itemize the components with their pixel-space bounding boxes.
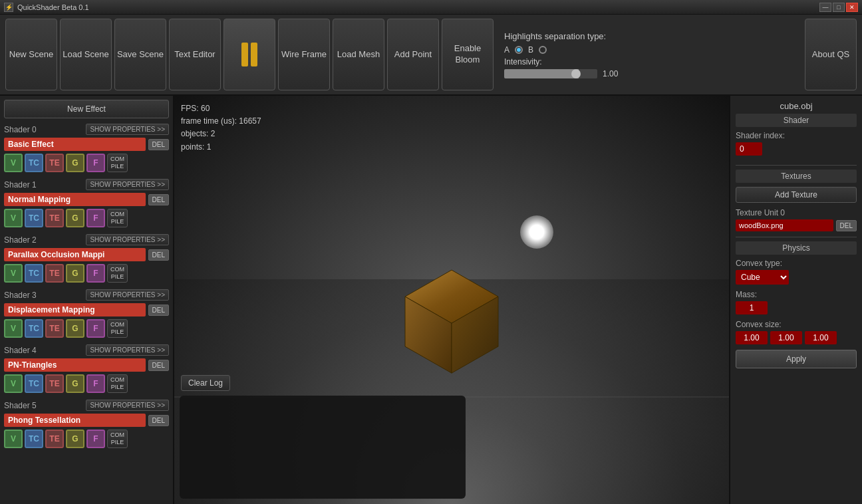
shader-index-label: Shader index: bbox=[736, 131, 857, 140]
shader-3-g-btn[interactable]: G bbox=[66, 319, 84, 338]
shader-1-f-btn[interactable]: F bbox=[86, 209, 105, 227]
shader-0-f-btn[interactable]: F bbox=[86, 154, 105, 172]
shader-0-te-btn[interactable]: TE bbox=[45, 154, 64, 172]
shader-1-tc-btn[interactable]: TC bbox=[25, 209, 43, 227]
clear-log-button[interactable]: Clear Log bbox=[181, 375, 230, 391]
shader-1-g-btn[interactable]: G bbox=[66, 209, 84, 227]
wire-frame-button[interactable]: Wire Frame bbox=[278, 19, 330, 90]
add-texture-button[interactable]: Add Texture bbox=[736, 187, 857, 203]
shader-5-show-props[interactable]: SHOW PROPERTIES >> bbox=[86, 400, 169, 411]
shader-4-title: Shader 4 bbox=[4, 346, 37, 355]
enable-bloom-button[interactable]: Enable Bloom bbox=[442, 19, 494, 90]
shader-3-section: Shader 3 SHOW PROPERTIES >> Displacement… bbox=[4, 289, 169, 338]
shader-3-del-button[interactable]: DEL bbox=[148, 305, 169, 316]
shader-5-name: Phong Tessellation bbox=[4, 414, 146, 427]
shader-1-section: Shader 1 SHOW PROPERTIES >> Normal Mappi… bbox=[4, 179, 169, 227]
shader-2-f-btn[interactable]: F bbox=[86, 264, 105, 283]
hl-b-label: B bbox=[528, 45, 533, 55]
hl-b-radio[interactable] bbox=[539, 46, 547, 54]
shader-3-compile-btn[interactable]: COMPILE bbox=[107, 319, 128, 338]
shader-3-v-btn[interactable]: V bbox=[4, 319, 23, 338]
shader-3-f-btn[interactable]: F bbox=[86, 319, 105, 338]
pause-button[interactable] bbox=[223, 19, 275, 90]
shader-3-show-props[interactable]: SHOW PROPERTIES >> bbox=[86, 289, 169, 301]
physics-section: Physics Convex type: Cube Sphere Capsule… bbox=[736, 241, 857, 368]
load-mesh-button[interactable]: Load Mesh bbox=[333, 19, 384, 90]
new-effect-button[interactable]: New Effect bbox=[4, 100, 169, 118]
save-scene-button[interactable]: Save Scene bbox=[114, 19, 166, 90]
toolbar: New Scene Load Scene Save Scene Text Edi… bbox=[0, 15, 862, 96]
shader-5-tc-btn[interactable]: TC bbox=[25, 430, 43, 448]
load-scene-button[interactable]: Load Scene bbox=[60, 19, 112, 90]
shader-0-del-button[interactable]: DEL bbox=[148, 139, 169, 150]
shader-1-show-props[interactable]: SHOW PROPERTIES >> bbox=[86, 179, 169, 190]
shader-4-g-btn[interactable]: G bbox=[66, 374, 84, 393]
hl-a-radio[interactable] bbox=[515, 46, 523, 54]
hl-a-label: A bbox=[504, 45, 509, 55]
shader-section-title: Shader bbox=[736, 114, 857, 127]
texture-del-button[interactable]: DEL bbox=[836, 220, 857, 231]
light-orb bbox=[520, 215, 553, 249]
shader-3-te-btn[interactable]: TE bbox=[45, 319, 64, 338]
shader-0-compile-btn[interactable]: COMPILE bbox=[107, 154, 128, 172]
texture-unit-label: Texture Unit 0 bbox=[736, 208, 857, 217]
about-qs-button[interactable]: About QS bbox=[805, 19, 857, 90]
app-title: QuickShader Beta 0.1 bbox=[17, 3, 818, 11]
shader-2-tc-btn[interactable]: TC bbox=[25, 264, 43, 283]
physics-section-title: Physics bbox=[736, 241, 857, 255]
fps-info: FPS: 60 frame time (us): 16657 objects: … bbox=[181, 102, 261, 154]
shader-4-te-btn[interactable]: TE bbox=[45, 374, 64, 393]
shader-3-name: Displacement Mapping bbox=[4, 303, 146, 316]
close-button[interactable]: ✕ bbox=[846, 3, 858, 12]
shader-5-te-btn[interactable]: TE bbox=[45, 430, 64, 448]
shader-4-del-button[interactable]: DEL bbox=[148, 360, 169, 371]
intensivity-label: Intensivity: bbox=[504, 57, 542, 66]
shader-2-title: Shader 2 bbox=[4, 235, 37, 245]
shader-1-te-btn[interactable]: TE bbox=[45, 209, 64, 227]
convex-type-select[interactable]: Cube Sphere Capsule bbox=[736, 270, 789, 285]
shader-2-compile-btn[interactable]: COMPILE bbox=[107, 264, 128, 283]
shader-index-value: 0 bbox=[736, 142, 762, 156]
shader-4-v-btn[interactable]: V bbox=[4, 374, 23, 393]
shader-4-show-props[interactable]: SHOW PROPERTIES >> bbox=[86, 344, 169, 356]
shader-5-v-btn[interactable]: V bbox=[4, 430, 23, 448]
shader-5-del-button[interactable]: DEL bbox=[148, 415, 169, 426]
text-editor-button[interactable]: Text Editor bbox=[169, 19, 221, 90]
shader-1-del-button[interactable]: DEL bbox=[148, 194, 169, 205]
shader-2-g-btn[interactable]: G bbox=[66, 264, 84, 283]
convex-type-label: Convex type: bbox=[736, 259, 857, 268]
shader-2-v-btn[interactable]: V bbox=[4, 264, 23, 283]
shader-4-compile-btn[interactable]: COMPILE bbox=[107, 374, 128, 393]
points-display: points: 1 bbox=[181, 141, 261, 154]
objects-display: objects: 2 bbox=[181, 128, 261, 140]
add-point-button[interactable]: Add Point bbox=[387, 19, 439, 90]
right-panel: cube.obj Shader Shader index: 0 Textures… bbox=[729, 96, 862, 504]
shader-2-te-btn[interactable]: TE bbox=[45, 264, 64, 283]
shader-2-del-button[interactable]: DEL bbox=[148, 249, 169, 261]
apply-button[interactable]: Apply bbox=[736, 350, 857, 368]
shader-3-tc-btn[interactable]: TC bbox=[25, 319, 43, 338]
shader-1-compile-btn[interactable]: COMPILE bbox=[107, 209, 128, 227]
minimize-button[interactable]: — bbox=[819, 3, 831, 12]
shader-0-g-btn[interactable]: G bbox=[66, 154, 84, 172]
shader-0-show-props[interactable]: SHOW PROPERTIES >> bbox=[86, 124, 169, 135]
frame-time-display: frame time (us): 16657 bbox=[181, 115, 261, 128]
shader-0-tc-btn[interactable]: TC bbox=[25, 154, 43, 172]
shader-4-section: Shader 4 SHOW PROPERTIES >> PN-Triangles… bbox=[4, 344, 169, 393]
shader-4-name: PN-Triangles bbox=[4, 358, 146, 372]
maximize-button[interactable]: □ bbox=[833, 3, 845, 12]
shader-2-show-props[interactable]: SHOW PROPERTIES >> bbox=[86, 234, 169, 245]
shader-0-v-btn[interactable]: V bbox=[4, 154, 23, 172]
new-scene-button[interactable]: New Scene bbox=[5, 19, 57, 90]
viewport[interactable]: FPS: 60 frame time (us): 16657 objects: … bbox=[174, 96, 729, 504]
shader-5-compile-btn[interactable]: COMPILE bbox=[107, 430, 128, 448]
shader-0-section: Shader 0 SHOW PROPERTIES >> Basic Effect… bbox=[4, 124, 169, 172]
shader-4-f-btn[interactable]: F bbox=[86, 374, 105, 393]
intensivity-slider[interactable] bbox=[504, 69, 597, 78]
shader-4-tc-btn[interactable]: TC bbox=[25, 374, 43, 393]
shader-1-v-btn[interactable]: V bbox=[4, 209, 23, 227]
shader-5-g-btn[interactable]: G bbox=[66, 430, 84, 448]
shader-5-f-btn[interactable]: F bbox=[86, 430, 105, 448]
log-area bbox=[180, 396, 466, 499]
texture-file-name: woodBox.png bbox=[736, 219, 833, 231]
